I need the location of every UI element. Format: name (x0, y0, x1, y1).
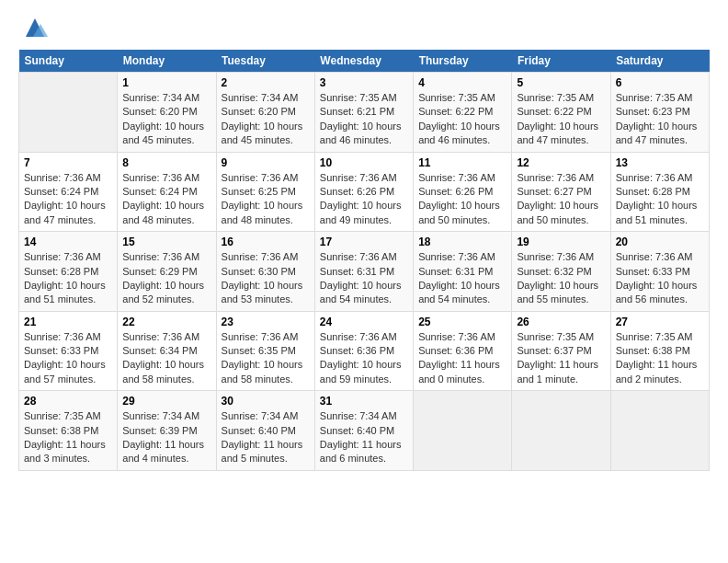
calendar-cell: 20Sunrise: 7:36 AMSunset: 6:33 PMDayligh… (610, 232, 709, 312)
day-info: Sunrise: 7:36 AMSunset: 6:29 PMDaylight:… (122, 250, 210, 307)
day-number: 15 (122, 236, 210, 248)
day-number: 9 (222, 156, 310, 169)
calendar-cell: 16Sunrise: 7:36 AMSunset: 6:30 PMDayligh… (216, 232, 314, 312)
day-info: Sunrise: 7:36 AMSunset: 6:25 PMDaylight:… (222, 171, 310, 228)
calendar-cell: 12Sunrise: 7:36 AMSunset: 6:27 PMDayligh… (512, 152, 610, 232)
day-number: 10 (320, 156, 408, 169)
day-info: Sunrise: 7:36 AMSunset: 6:30 PMDaylight:… (222, 250, 310, 307)
day-info: Sunrise: 7:36 AMSunset: 6:34 PMDaylight:… (122, 330, 210, 387)
calendar-cell (512, 391, 610, 471)
calendar-cell: 21Sunrise: 7:36 AMSunset: 6:33 PMDayligh… (19, 311, 118, 391)
calendar-cell: 13Sunrise: 7:36 AMSunset: 6:28 PMDayligh… (610, 152, 709, 232)
day-info: Sunrise: 7:35 AMSunset: 6:22 PMDaylight:… (418, 91, 506, 148)
day-number: 20 (616, 236, 704, 248)
calendar-cell: 2Sunrise: 7:34 AMSunset: 6:20 PMDaylight… (216, 73, 314, 153)
calendar-week-5: 28Sunrise: 7:35 AMSunset: 6:38 PMDayligh… (19, 391, 710, 471)
column-header-sunday: Sunday (19, 50, 118, 73)
day-info: Sunrise: 7:36 AMSunset: 6:33 PMDaylight:… (24, 330, 112, 387)
day-number: 18 (418, 236, 506, 248)
calendar-cell: 23Sunrise: 7:36 AMSunset: 6:35 PMDayligh… (216, 311, 314, 391)
day-info: Sunrise: 7:35 AMSunset: 6:23 PMDaylight:… (616, 91, 704, 148)
day-info: Sunrise: 7:36 AMSunset: 6:31 PMDaylight:… (320, 250, 408, 307)
day-info: Sunrise: 7:35 AMSunset: 6:37 PMDaylight:… (517, 330, 605, 387)
day-number: 22 (122, 316, 210, 328)
calendar-cell: 3Sunrise: 7:35 AMSunset: 6:21 PMDaylight… (314, 73, 413, 153)
day-number: 7 (24, 156, 112, 169)
calendar-week-1: 1Sunrise: 7:34 AMSunset: 6:20 PMDaylight… (19, 73, 710, 153)
day-number: 27 (616, 316, 704, 328)
day-info: Sunrise: 7:34 AMSunset: 6:39 PMDaylight:… (122, 409, 210, 466)
day-info: Sunrise: 7:35 AMSunset: 6:21 PMDaylight:… (320, 91, 408, 148)
calendar-cell: 17Sunrise: 7:36 AMSunset: 6:31 PMDayligh… (314, 232, 413, 312)
page-header (18, 18, 710, 40)
day-number: 28 (24, 395, 112, 408)
day-number: 5 (517, 76, 605, 89)
day-number: 8 (122, 156, 210, 169)
column-header-tuesday: Tuesday (216, 50, 314, 73)
day-info: Sunrise: 7:34 AMSunset: 6:20 PMDaylight:… (222, 91, 310, 148)
day-number: 14 (24, 236, 112, 248)
day-number: 19 (517, 236, 605, 248)
header-row: SundayMondayTuesdayWednesdayThursdayFrid… (19, 50, 710, 73)
day-info: Sunrise: 7:34 AMSunset: 6:40 PMDaylight:… (320, 409, 408, 466)
calendar-table: SundayMondayTuesdayWednesdayThursdayFrid… (18, 50, 710, 471)
calendar-cell (19, 73, 118, 153)
calendar-cell: 4Sunrise: 7:35 AMSunset: 6:22 PMDaylight… (414, 73, 512, 153)
day-number: 30 (222, 395, 310, 408)
day-number: 29 (122, 395, 210, 408)
calendar-cell: 10Sunrise: 7:36 AMSunset: 6:26 PMDayligh… (314, 152, 413, 232)
day-number: 17 (320, 236, 408, 248)
day-number: 3 (320, 76, 408, 89)
day-info: Sunrise: 7:36 AMSunset: 6:33 PMDaylight:… (616, 250, 704, 307)
calendar-cell: 24Sunrise: 7:36 AMSunset: 6:36 PMDayligh… (314, 311, 413, 391)
day-info: Sunrise: 7:36 AMSunset: 6:26 PMDaylight:… (320, 171, 408, 228)
day-info: Sunrise: 7:36 AMSunset: 6:27 PMDaylight:… (517, 171, 605, 228)
calendar-cell: 14Sunrise: 7:36 AMSunset: 6:28 PMDayligh… (19, 232, 118, 312)
day-info: Sunrise: 7:36 AMSunset: 6:36 PMDaylight:… (418, 330, 506, 387)
day-info: Sunrise: 7:36 AMSunset: 6:28 PMDaylight:… (616, 171, 704, 228)
day-info: Sunrise: 7:34 AMSunset: 6:20 PMDaylight:… (122, 91, 210, 148)
day-number: 23 (222, 316, 310, 328)
calendar-cell: 28Sunrise: 7:35 AMSunset: 6:38 PMDayligh… (19, 391, 118, 471)
column-header-saturday: Saturday (610, 50, 709, 73)
logo-icon (22, 15, 48, 40)
day-info: Sunrise: 7:34 AMSunset: 6:40 PMDaylight:… (222, 409, 310, 466)
calendar-week-2: 7Sunrise: 7:36 AMSunset: 6:24 PMDaylight… (19, 152, 710, 232)
calendar-cell: 1Sunrise: 7:34 AMSunset: 6:20 PMDaylight… (118, 73, 216, 153)
day-info: Sunrise: 7:36 AMSunset: 6:28 PMDaylight:… (24, 250, 112, 307)
day-number: 2 (222, 76, 310, 89)
calendar-cell: 7Sunrise: 7:36 AMSunset: 6:24 PMDaylight… (19, 152, 118, 232)
calendar-cell: 25Sunrise: 7:36 AMSunset: 6:36 PMDayligh… (414, 311, 512, 391)
day-info: Sunrise: 7:36 AMSunset: 6:35 PMDaylight:… (222, 330, 310, 387)
day-info: Sunrise: 7:35 AMSunset: 6:38 PMDaylight:… (24, 409, 112, 466)
logo (18, 18, 48, 40)
day-number: 31 (320, 395, 408, 408)
day-number: 12 (517, 156, 605, 169)
calendar-cell: 8Sunrise: 7:36 AMSunset: 6:24 PMDaylight… (118, 152, 216, 232)
calendar-week-3: 14Sunrise: 7:36 AMSunset: 6:28 PMDayligh… (19, 232, 710, 312)
calendar-cell: 30Sunrise: 7:34 AMSunset: 6:40 PMDayligh… (216, 391, 314, 471)
day-number: 13 (616, 156, 704, 169)
day-info: Sunrise: 7:36 AMSunset: 6:24 PMDaylight:… (122, 171, 210, 228)
day-info: Sunrise: 7:36 AMSunset: 6:36 PMDaylight:… (320, 330, 408, 387)
calendar-cell: 11Sunrise: 7:36 AMSunset: 6:26 PMDayligh… (414, 152, 512, 232)
calendar-cell: 15Sunrise: 7:36 AMSunset: 6:29 PMDayligh… (118, 232, 216, 312)
calendar-cell: 19Sunrise: 7:36 AMSunset: 6:32 PMDayligh… (512, 232, 610, 312)
calendar-cell (414, 391, 512, 471)
calendar-cell: 5Sunrise: 7:35 AMSunset: 6:22 PMDaylight… (512, 73, 610, 153)
day-info: Sunrise: 7:35 AMSunset: 6:38 PMDaylight:… (616, 330, 704, 387)
day-number: 6 (616, 76, 704, 89)
day-number: 16 (222, 236, 310, 248)
day-number: 1 (122, 76, 210, 89)
day-number: 24 (320, 316, 408, 328)
calendar-cell: 18Sunrise: 7:36 AMSunset: 6:31 PMDayligh… (414, 232, 512, 312)
calendar-cell: 31Sunrise: 7:34 AMSunset: 6:40 PMDayligh… (314, 391, 413, 471)
calendar-week-4: 21Sunrise: 7:36 AMSunset: 6:33 PMDayligh… (19, 311, 710, 391)
calendar-cell: 9Sunrise: 7:36 AMSunset: 6:25 PMDaylight… (216, 152, 314, 232)
day-info: Sunrise: 7:36 AMSunset: 6:31 PMDaylight:… (418, 250, 506, 307)
day-number: 11 (418, 156, 506, 169)
column-header-wednesday: Wednesday (314, 50, 413, 73)
calendar-cell: 22Sunrise: 7:36 AMSunset: 6:34 PMDayligh… (118, 311, 216, 391)
calendar-cell: 6Sunrise: 7:35 AMSunset: 6:23 PMDaylight… (610, 73, 709, 153)
calendar-cell: 26Sunrise: 7:35 AMSunset: 6:37 PMDayligh… (512, 311, 610, 391)
